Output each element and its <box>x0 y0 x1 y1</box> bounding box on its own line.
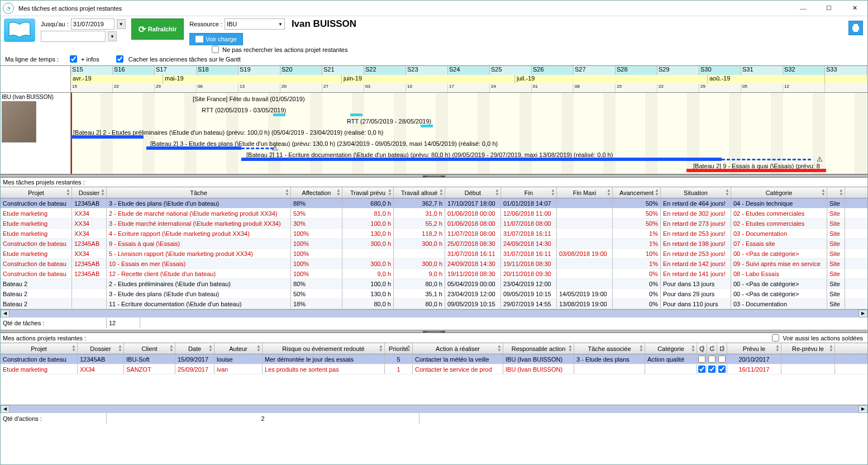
actions-header-projet[interactable]: Projet▲▼ <box>1 343 78 354</box>
tasks-cell-avanc: 50% <box>613 198 661 208</box>
actions-grid[interactable]: Projet▲▼Dossier▲▼Client▲▼Date▲▼Auteur▲▼R… <box>1 343 867 447</box>
maximize-button[interactable]: ☐ <box>816 1 842 16</box>
actions-q-checkbox[interactable] <box>698 355 705 363</box>
actions-c-checkbox[interactable] <box>708 355 716 363</box>
actions-header-prevu[interactable]: Prévu le▲▼ <box>727 343 781 354</box>
gantt-bar[interactable] <box>273 113 285 116</box>
tasks-horizontal-scrollbar[interactable]: ◀▶ <box>1 309 867 317</box>
gantt-task-row[interactable]: [Bateau 2] 2 - Etudes préliminaires (\Et… <box>71 129 867 139</box>
tasks-cell-categ: 09 - Suivi après mise en service <box>731 259 827 268</box>
tasks-header-avanc[interactable]: Avancement▲▼ <box>613 187 661 198</box>
actions-header-resp[interactable]: Responsable action▲▼ <box>503 343 574 354</box>
plus-infos-checkbox[interactable] <box>70 55 77 63</box>
actions-c-checkbox[interactable] <box>708 366 716 373</box>
actions-row[interactable]: Etude marketingXX34SANZOT25/09/2017ivanL… <box>1 364 867 374</box>
actions-cell-projet: Etude marketing <box>1 364 78 374</box>
tasks-cell-avanc: 0% <box>613 289 661 298</box>
tasks-cell-prevu <box>342 249 394 258</box>
actions-header-action[interactable]: Action à réaliser▲▼ <box>413 343 503 354</box>
actions-header-q[interactable]: Q▲▼ <box>697 343 707 354</box>
no-search-actions-checkbox[interactable] <box>212 46 219 53</box>
tasks-row[interactable]: Etude marketingXX343 - Etude marché inte… <box>1 219 867 229</box>
tasks-row[interactable]: Construction de bateau12345AB3 - Etude d… <box>1 198 867 208</box>
tasks-header-affect[interactable]: Affectation▲▼ <box>291 187 342 198</box>
tasks-row[interactable]: Construction de bateau12345AB12 - Recett… <box>1 269 867 279</box>
help-book-icon[interactable] <box>4 18 35 42</box>
actions-d-checkbox[interactable] <box>718 355 726 363</box>
gantt-task-row[interactable]: RTT (02/05/2019 - 03/05/2019) <box>71 106 867 116</box>
tasks-cell-alloue: 35,1 h <box>394 289 445 298</box>
secondary-filter-dropdown[interactable]: ▼ <box>108 31 117 41</box>
tasks-header-debut[interactable]: Début▲▼ <box>445 187 501 198</box>
tasks-grid[interactable]: Projet▲▼Dossier▲▼Tâche▲▼Affectation▲▼Tra… <box>1 187 867 330</box>
tasks-cell-projet: Construction de bateau <box>1 198 72 208</box>
actions-header-d[interactable]: D▲▼ <box>717 343 727 354</box>
tasks-row[interactable]: Bateau 23 - Etude des plans (\Etude d'un… <box>1 289 867 299</box>
gantt-task-row[interactable]: [Site France] Fête du travail (01/05/201… <box>71 95 867 105</box>
tasks-row[interactable]: Bateau 22 - Etudes préliminaires (\Etude… <box>1 279 867 289</box>
actions-header-categ[interactable]: Catégorie▲▼ <box>645 343 697 354</box>
tasks-row[interactable]: Construction de bateau12345AB10 - Essais… <box>1 259 867 269</box>
actions-header-tache[interactable]: Tâche associée▲▼ <box>574 343 645 354</box>
gantt-bar[interactable] <box>421 125 433 127</box>
gantt-bar[interactable] <box>71 135 144 139</box>
gantt-task-row[interactable]: RTT (27/05/2019 - 28/05/2019) <box>71 117 867 127</box>
tasks-header-finmaxi[interactable]: Fin Maxi▲▼ <box>557 187 613 198</box>
gantt-task-label: RTT (02/05/2019 - 03/05/2019) <box>202 107 286 113</box>
tasks-row[interactable]: Etude marketingXX342 - Etude de marché n… <box>1 208 867 219</box>
actions-horizontal-scrollbar[interactable]: ◀▶ <box>1 405 867 412</box>
secondary-filter-input[interactable] <box>41 31 106 42</box>
actions-header-c[interactable]: C▲▼ <box>707 343 717 354</box>
tasks-header-alloue[interactable]: Travail alloué▲▼ <box>394 187 445 198</box>
tasks-header-categ[interactable]: Catégorie▲▼ <box>731 187 827 198</box>
actions-header-client[interactable]: Client▲▼ <box>124 343 175 354</box>
tasks-header-situation[interactable]: Situation▲▼ <box>661 187 731 198</box>
resource-input[interactable]: IBU▼ <box>225 18 285 30</box>
tasks-header-prevu[interactable]: Travail prévu▲▼ <box>342 187 394 198</box>
tasks-header-tache[interactable]: Tâche▲▼ <box>107 187 291 198</box>
gantt-task-row[interactable]: [Bateau 2] 3 - Etude des plans (\Etude d… <box>71 140 867 150</box>
tasks-row[interactable]: Etude marketingXX344 - Ecriture rapport … <box>1 229 867 239</box>
gantt-bar[interactable] <box>146 146 241 150</box>
tasks-row[interactable]: Bateau 211 - Ecriture documentation (\Et… <box>1 299 867 309</box>
actions-cell-reprevu <box>781 364 835 374</box>
actions-header-risque[interactable]: Risque ou événement redouté▲▼ <box>263 343 385 354</box>
date-until-dropdown[interactable]: ▼ <box>117 19 126 29</box>
svg-rect-2 <box>853 29 858 32</box>
gantt-task-row[interactable]: [Bateau 2] 9 - Essais à quai (\Essais) (… <box>71 162 867 172</box>
tasks-cell-prevu: 100,0 h <box>342 219 394 228</box>
tasks-cell-dossier <box>72 279 107 288</box>
minimize-button[interactable]: — <box>790 1 816 16</box>
gantt-week-cell: S15 <box>71 66 113 75</box>
gantt-bar[interactable] <box>241 158 722 161</box>
tasks-header-dossier[interactable]: Dossier▲▼ <box>72 187 107 198</box>
gantt-task-row[interactable]: [Bateau 2] 11 - Ecriture documentation (… <box>71 151 867 161</box>
tasks-header-projet[interactable]: Projet▲▼ <box>1 187 72 198</box>
tasks-row[interactable]: Construction de bateau12345AB9 - Essais … <box>1 239 867 249</box>
tasks-cell-projet: Bateau 2 <box>1 279 72 288</box>
actions-header-dossier[interactable]: Dossier▲▼ <box>78 343 124 354</box>
gantt-bar[interactable] <box>686 169 826 172</box>
tasks-row[interactable]: Etude marketingXX345 - Livraison rapport… <box>1 249 867 259</box>
show-closed-actions-checkbox[interactable] <box>772 334 779 341</box>
tasks-cell-dossier: XX34 <box>72 208 107 218</box>
actions-row[interactable]: Construction de bateau12345ABIBU-Soft15/… <box>1 354 867 364</box>
hide-old-tasks-checkbox[interactable] <box>116 55 123 63</box>
actions-header-date[interactable]: Date▲▼ <box>175 343 214 354</box>
date-until-input[interactable]: 31/07/2019 <box>71 18 115 30</box>
tasks-cell-finmaxi: 13/08/2019 19:00 <box>557 299 613 309</box>
tasks-header-fin[interactable]: Fin▲▼ <box>501 187 557 198</box>
gantt-timeline[interactable]: S15S16S17S18S19S20S21S22S23S24S25S26S27S… <box>1 65 867 174</box>
view-load-button[interactable]: Voir charge <box>189 33 243 45</box>
actions-q-checkbox[interactable] <box>698 366 705 373</box>
refresh-button[interactable]: ⟳ Rafraîchir <box>131 18 184 40</box>
tasks-header-extra[interactable]: ▲▼ <box>827 187 845 198</box>
actions-d-checkbox[interactable] <box>718 366 726 373</box>
actions-header-prio[interactable]: Priorité▲▼ <box>385 343 413 354</box>
actions-cell-dossier: XX34 <box>78 364 124 374</box>
actions-header-auteur[interactable]: Auteur▲▼ <box>214 343 263 354</box>
print-button[interactable] <box>848 21 863 35</box>
gantt-day-cell: 05 <box>741 84 783 92</box>
actions-header-reprevu[interactable]: Re-prévu le▲▼ <box>781 343 835 354</box>
close-button[interactable]: ✕ <box>842 1 867 16</box>
